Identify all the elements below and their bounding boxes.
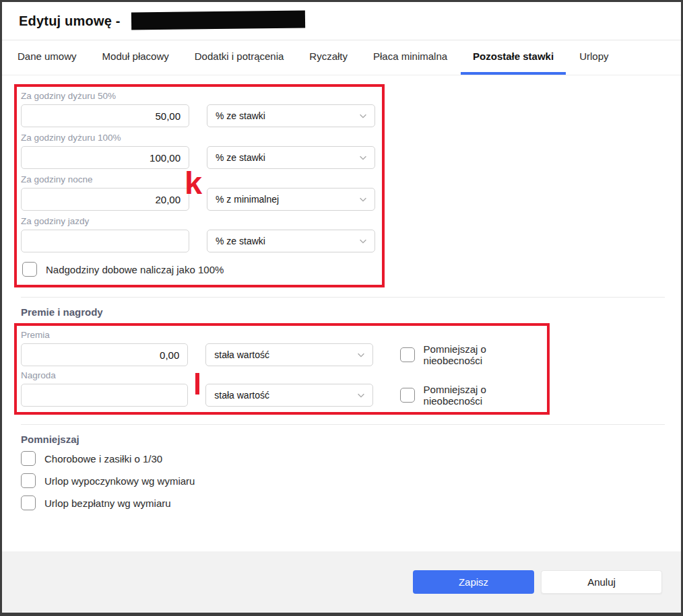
dyzur-50-unit-select[interactable]: % ze stawki <box>207 104 375 127</box>
tab-content-pozostale-stawki: Za godziny dyżuru 50% % ze stawki Za god… <box>2 75 681 511</box>
dyzur-100-unit-select[interactable]: % ze stawki <box>207 146 375 169</box>
dialog-title: Edytuj umowę - <box>19 13 121 29</box>
select-value: % ze stawki <box>216 152 265 163</box>
field-label: Za godziny dyżuru 100% <box>21 133 382 143</box>
field-label: Nagroda <box>21 370 547 380</box>
godziny-jazdy-unit-select[interactable]: % ze stawki <box>207 230 375 252</box>
field-row-jazdy: Za godziny jazdy % ze stawki <box>20 216 382 252</box>
nagroda-pomniejszaj-checkbox[interactable] <box>400 388 415 403</box>
chevron-down-icon <box>358 195 368 204</box>
dyzur-50-input[interactable] <box>21 104 189 127</box>
chorobowe-row: Chorobowe i zasiłki o 1/30 <box>21 450 681 467</box>
checkbox-label: Urlop bezpłatny wg wymiaru <box>44 498 171 509</box>
tab-modul-placowy[interactable]: Moduł płacowy <box>90 40 181 75</box>
save-button[interactable]: Zapisz <box>413 570 534 594</box>
tab-dodatki-i-potracenia[interactable]: Dodatki i potrącenia <box>183 40 296 75</box>
dyzur-100-input[interactable] <box>21 146 189 169</box>
section-divider <box>21 297 665 298</box>
tab-bar: Dane umowy Moduł płacowy Dodatki i potrą… <box>2 40 681 75</box>
section-divider <box>21 424 665 425</box>
chevron-down-icon <box>358 153 368 162</box>
field-row-premia: Premia stała wartość Pomniejszaj o nieob… <box>20 330 547 366</box>
urlop-wypoczynkowy-row: Urlop wypoczynkowy wg wymiaru <box>21 473 681 489</box>
checkbox-label: Pomniejszaj o nieobecności <box>424 343 547 366</box>
godziny-jazdy-input[interactable] <box>21 230 189 252</box>
cancel-button[interactable]: Anuluj <box>541 570 662 594</box>
chevron-down-icon <box>356 350 366 360</box>
nadgodziny-checkbox-row: Nadgodziny dobowe naliczaj jako 100% <box>22 262 382 277</box>
premia-pomniejszaj-checkbox[interactable] <box>400 347 415 362</box>
field-row-nocne: Za godziny nocne % z minimalnej <box>20 174 382 211</box>
chorobowe-checkbox[interactable] <box>21 451 36 466</box>
chevron-down-icon <box>358 236 368 246</box>
chevron-down-icon <box>356 390 366 400</box>
tab-pozostale-stawki[interactable]: Pozostałe stawki <box>461 40 566 75</box>
premia-input[interactable] <box>21 343 188 366</box>
field-row-dyzur-100: Za godziny dyżuru 100% % ze stawki <box>20 133 382 169</box>
tab-dane-umowy[interactable]: Dane umowy <box>5 40 89 75</box>
checkbox-label: Chorobowe i zasiłki o 1/30 <box>44 453 162 465</box>
nagroda-unit-select[interactable]: stała wartość <box>205 384 372 407</box>
dialog-footer: Zapisz Anuluj <box>2 551 681 613</box>
annotation-box-stawki: Za godziny dyżuru 50% % ze stawki Za god… <box>14 84 385 287</box>
field-label: Za godziny nocne <box>21 174 382 184</box>
nadgodziny-checkbox[interactable] <box>22 262 37 277</box>
tab-ryczalty[interactable]: Ryczałty <box>297 40 360 75</box>
select-value: stała wartość <box>214 390 269 401</box>
premia-unit-select[interactable]: stała wartość <box>205 343 372 366</box>
select-value: % ze stawki <box>216 236 265 246</box>
field-row-nagroda: Nagroda stała wartość Pomniejszaj o nieo… <box>20 370 547 407</box>
tab-urlopy[interactable]: Urlopy <box>567 40 620 75</box>
godziny-nocne-input[interactable] <box>21 188 189 211</box>
field-label: Za godziny jazdy <box>21 216 382 226</box>
urlop-bezplatny-row: Urlop bezpłatny wg wymiaru <box>21 495 681 511</box>
annotation-box-premie: Premia stała wartość Pomniejszaj o nieob… <box>14 323 550 415</box>
nagroda-pomniejszaj-row: Pomniejszaj o nieobecności <box>400 384 547 407</box>
redacted-contract-name <box>131 10 304 30</box>
nagroda-input[interactable] <box>21 384 188 407</box>
godziny-nocne-unit-select[interactable]: % z minimalnej <box>207 188 375 211</box>
urlop-wypoczynkowy-checkbox[interactable] <box>21 473 36 488</box>
pomniejszaj-options: Chorobowe i zasiłki o 1/30 Urlop wypoczy… <box>21 450 681 511</box>
dialog-header: Edytuj umowę - <box>2 2 681 40</box>
pomniejszaj-section-header: Pomniejszaj <box>21 434 681 445</box>
select-value: stała wartość <box>214 349 269 360</box>
premie-section-header: Premie i nagrody <box>21 306 681 318</box>
checkbox-label: Nadgodziny dobowe naliczaj jako 100% <box>46 264 224 275</box>
field-label: Premia <box>21 330 547 340</box>
chevron-down-icon <box>358 111 368 121</box>
field-label: Za godziny dyżuru 50% <box>21 91 382 101</box>
select-value: % ze stawki <box>216 110 265 121</box>
edit-contract-dialog: Edytuj umowę - Dane umowy Moduł płacowy … <box>0 0 683 616</box>
urlop-bezplatny-checkbox[interactable] <box>21 495 36 510</box>
checkbox-label: Urlop wypoczynkowy wg wymiaru <box>44 475 195 487</box>
field-row-dyzur-50: Za godziny dyżuru 50% % ze stawki <box>20 91 382 127</box>
tab-placa-minimalna[interactable]: Płaca minimalna <box>361 40 459 75</box>
select-value: % z minimalnej <box>216 194 279 205</box>
premia-pomniejszaj-row: Pomniejszaj o nieobecności <box>400 343 547 366</box>
checkbox-label: Pomniejszaj o nieobecności <box>424 384 547 407</box>
